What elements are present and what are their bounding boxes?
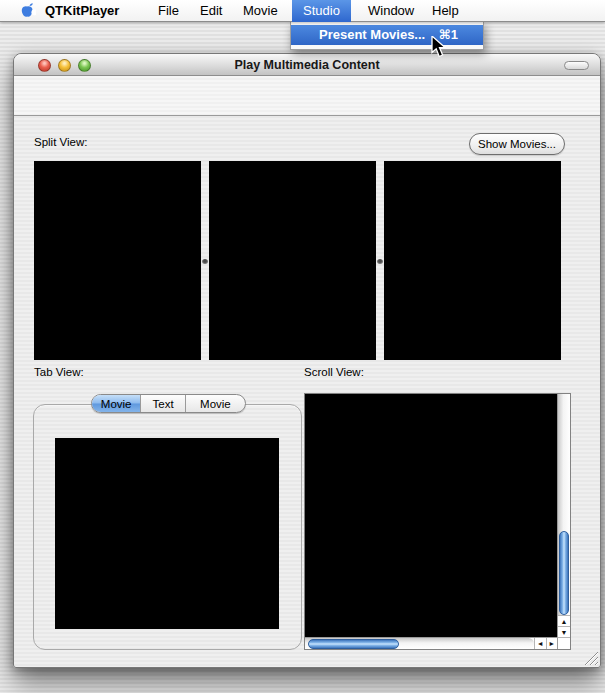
scroll-right-arrow-icon[interactable]: ►: [546, 638, 558, 649]
scroll-movie-view[interactable]: [305, 394, 557, 637]
vertical-scrollbar[interactable]: ▲ ▼: [557, 394, 570, 649]
split-movie-view-3[interactable]: [384, 161, 561, 360]
horizontal-scrollbar-thumb[interactable]: [308, 639, 399, 649]
scroll-view-label: Scroll View:: [304, 366, 364, 378]
split-movie-view-1[interactable]: [34, 161, 201, 360]
scroll-left-arrow-icon[interactable]: ◄: [534, 638, 546, 649]
split-view-divider-2[interactable]: [376, 161, 384, 360]
tab-text[interactable]: Text: [141, 395, 185, 412]
scroll-view: ▲ ▼ ◄ ►: [304, 393, 571, 650]
show-movies-button[interactable]: Show Movies...: [469, 133, 565, 155]
window-resize-grip[interactable]: [582, 649, 598, 665]
apple-logo-icon: [21, 3, 36, 19]
splitter-handle-icon: [377, 259, 383, 264]
horizontal-scrollbar-track[interactable]: [305, 638, 534, 649]
menu-bar: QTKitPlayer File Edit Movie Studio Windo…: [0, 0, 605, 22]
desktop: QTKitPlayer File Edit Movie Studio Windo…: [0, 0, 605, 693]
tab-view-label: Tab View:: [34, 366, 84, 378]
tab-movie-view[interactable]: [55, 438, 279, 629]
toolbar-pill-button[interactable]: [564, 61, 589, 70]
tab-strip: Movie Text Movie: [91, 394, 246, 413]
player-window: Play Multimedia Content Split View: Show…: [13, 53, 601, 668]
menu-item-app-name[interactable]: QTKitPlayer: [45, 0, 119, 22]
scroll-down-arrow-icon[interactable]: ▼: [558, 626, 570, 637]
menu-item-present-movies[interactable]: Present Movies... ⌘1: [291, 25, 483, 45]
split-movie-view-2[interactable]: [209, 161, 376, 360]
split-view-label: Split View:: [34, 136, 87, 148]
title-bar[interactable]: Play Multimedia Content: [14, 54, 600, 76]
menu-item-studio[interactable]: Studio: [292, 0, 351, 22]
menu-item-present-movies-label: Present Movies...: [319, 27, 425, 42]
tab-movie-1[interactable]: Movie: [92, 395, 141, 412]
vertical-scrollbar-arrows: ▲ ▼: [558, 615, 570, 637]
menu-item-help[interactable]: Help: [432, 0, 459, 22]
menu-item-movie[interactable]: Movie: [243, 0, 278, 22]
studio-menu-dropdown: Present Movies... ⌘1: [290, 22, 484, 50]
pointer-cursor-icon: [431, 36, 446, 62]
menu-item-edit[interactable]: Edit: [200, 0, 222, 22]
tab-movie-2[interactable]: Movie: [186, 395, 245, 412]
menu-item-file[interactable]: File: [158, 0, 179, 22]
apple-menu[interactable]: [21, 3, 36, 19]
vertical-scrollbar-thumb[interactable]: [559, 531, 569, 615]
horizontal-scrollbar[interactable]: ◄ ►: [305, 637, 557, 649]
empty-toolbar: [14, 76, 600, 116]
window-title: Play Multimedia Content: [14, 54, 600, 76]
scroll-up-arrow-icon[interactable]: ▲: [558, 615, 570, 626]
splitter-handle-icon: [202, 259, 208, 264]
menu-item-window[interactable]: Window: [368, 0, 414, 22]
scrollbar-corner: [557, 637, 570, 649]
split-view-divider-1[interactable]: [201, 161, 209, 360]
